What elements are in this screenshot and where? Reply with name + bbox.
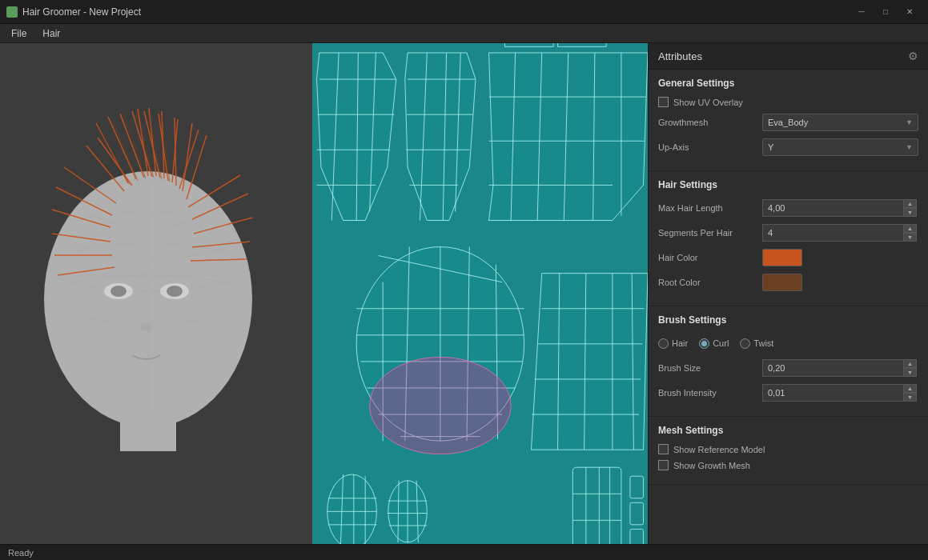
status-bar: Ready (0, 544, 928, 560)
mesh-settings-title: Mesh Settings (658, 425, 918, 436)
section-general: General Settings Show UV Overlay Growthm… (649, 70, 928, 171)
status-text: Ready (8, 548, 34, 558)
panel-header: Attributes ⚙ (649, 43, 928, 70)
upaxis-dropdown[interactable]: Y ▼ (762, 138, 918, 156)
uv-svg (312, 43, 648, 544)
max-hair-length-row: Max Hair Length 4,00 ▲ ▼ (658, 198, 918, 218)
section-mesh: Mesh Settings Show Reference Model Show … (649, 417, 928, 485)
radio-twist[interactable]: Twist (740, 338, 773, 349)
segments-input-wrap: 4 ▲ ▼ (762, 224, 918, 242)
brush-size-input[interactable]: 0,20 (762, 359, 904, 377)
max-hair-length-value: 4,00 ▲ ▼ (762, 199, 918, 217)
upaxis-label: Up-Axis (658, 142, 762, 152)
upaxis-dropdown-arrow: ▼ (906, 143, 913, 151)
general-settings-title: General Settings (658, 78, 918, 89)
svg-marker-121 (531, 274, 648, 450)
brush-type-row: Hair Curl Twist (658, 334, 918, 353)
svg-point-106 (370, 357, 511, 454)
show-growth-label: Show Growth Mesh (673, 461, 750, 470)
hair-color-swatch[interactable] (762, 249, 802, 266)
growthmesh-value: Eva_Body ▼ (762, 114, 918, 131)
right-panel: Attributes ⚙ General Settings Show UV Ov… (648, 43, 928, 544)
hair-color-row: Hair Color (658, 248, 918, 267)
brush-size-input-wrap: 0,20 ▲ ▼ (762, 359, 918, 377)
upaxis-dropdown-value: Y (768, 142, 773, 152)
attributes-title: Attributes (658, 50, 702, 62)
segments-down[interactable]: ▼ (904, 233, 917, 242)
max-hair-length-input[interactable]: 4,00 (762, 199, 904, 217)
brush-size-up[interactable]: ▲ (904, 359, 917, 368)
settings-icon[interactable]: ⚙ (908, 50, 918, 62)
growthmesh-row: Growthmesh Eva_Body ▼ (658, 113, 918, 132)
section-hair: Hair Settings Max Hair Length 4,00 ▲ ▼ (649, 171, 928, 306)
root-color-value (762, 274, 918, 291)
radio-group: Hair Curl Twist (658, 338, 918, 349)
segments-up[interactable]: ▲ (904, 224, 917, 233)
show-reference-row: Show Reference Model (658, 444, 918, 454)
brush-intensity-spinner: ▲ ▼ (904, 384, 917, 402)
head-canvas (0, 43, 312, 544)
window-controls: ─ □ ✕ (850, 4, 922, 20)
radio-twist-circle (740, 338, 750, 349)
svg-point-7 (140, 323, 153, 331)
growthmesh-dropdown[interactable]: Eva_Body ▼ (762, 114, 918, 131)
maximize-button[interactable]: □ (874, 4, 898, 20)
hair-settings-title: Hair Settings (658, 179, 918, 190)
menu-file[interactable]: File (3, 26, 34, 41)
radio-curl[interactable]: Curl (699, 338, 729, 349)
max-hair-length-up[interactable]: ▲ (904, 199, 917, 208)
segments-row: Segments Per Hair 4 ▲ ▼ (658, 223, 918, 242)
max-hair-length-spinner: ▲ ▼ (904, 199, 917, 217)
brush-size-label: Brush Size (658, 363, 762, 373)
app-icon (6, 6, 18, 18)
brush-intensity-value: 0,01 ▲ ▼ (762, 384, 918, 402)
growthmesh-dropdown-value: Eva_Body (768, 118, 808, 127)
growthmesh-dropdown-arrow: ▼ (906, 118, 913, 126)
head-svg (0, 43, 312, 544)
radio-twist-label: Twist (753, 338, 773, 348)
show-reference-label: Show Reference Model (673, 445, 765, 454)
uv-panel[interactable] (312, 43, 648, 544)
upaxis-row: Up-Axis Y ▼ (658, 138, 918, 157)
hair-color-value (762, 249, 918, 266)
brush-size-down[interactable]: ▼ (904, 368, 917, 377)
svg-point-107 (327, 474, 377, 544)
show-reference-checkbox[interactable] (658, 444, 669, 454)
max-hair-length-down[interactable]: ▼ (904, 208, 917, 217)
main-area: Attributes ⚙ General Settings Show UV Ov… (0, 43, 928, 544)
menu-hair[interactable]: Hair (34, 26, 68, 41)
brush-size-value: 0,20 ▲ ▼ (762, 359, 918, 377)
radio-hair[interactable]: Hair (658, 338, 688, 349)
svg-marker-84 (489, 53, 648, 220)
hair-color-label: Hair Color (658, 253, 762, 262)
show-uv-overlay-row: Show UV Overlay (658, 97, 918, 107)
radio-curl-circle (699, 338, 709, 349)
brush-intensity-up[interactable]: ▲ (904, 384, 917, 393)
max-hair-length-label: Max Hair Length (658, 203, 762, 213)
close-button[interactable]: ✕ (898, 4, 922, 20)
brush-radio-group: Hair Curl Twist (658, 338, 918, 349)
brush-intensity-label: Brush Intensity (658, 388, 762, 398)
show-uv-overlay-checkbox[interactable] (658, 97, 669, 107)
radio-hair-circle (658, 338, 669, 349)
viewport-3d[interactable] (0, 43, 312, 544)
title-bar: Hair Groomer - New Project ─ □ ✕ (0, 0, 928, 24)
show-uv-overlay-label: Show UV Overlay (673, 98, 743, 107)
brush-intensity-input[interactable]: 0,01 (762, 384, 904, 402)
root-color-swatch[interactable] (762, 274, 802, 291)
upaxis-value: Y ▼ (762, 138, 918, 156)
brush-intensity-input-wrap: 0,01 ▲ ▼ (762, 384, 918, 402)
radio-curl-label: Curl (713, 338, 729, 348)
svg-point-6 (167, 286, 183, 297)
brush-settings-title: Brush Settings (658, 314, 918, 326)
segments-input[interactable]: 4 (762, 224, 904, 242)
brush-size-spinner: ▲ ▼ (904, 359, 917, 377)
root-color-label: Root Color (658, 278, 762, 287)
brush-size-row: Brush Size 0,20 ▲ ▼ (658, 358, 918, 378)
minimize-button[interactable]: ─ (850, 4, 874, 20)
root-color-row: Root Color (658, 273, 918, 292)
section-brush: Brush Settings Hair Curl (649, 306, 928, 417)
show-growth-checkbox[interactable] (658, 460, 669, 470)
segments-spinner: ▲ ▼ (904, 224, 917, 242)
brush-intensity-down[interactable]: ▼ (904, 393, 917, 402)
